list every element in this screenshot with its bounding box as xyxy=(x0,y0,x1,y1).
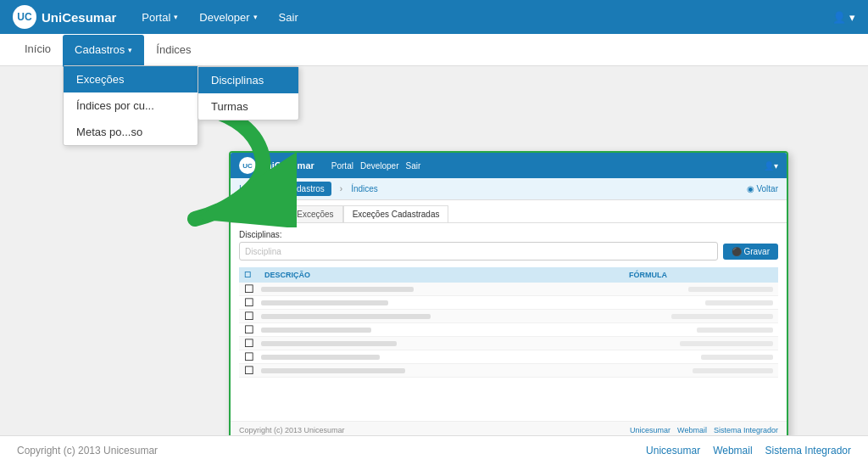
row-bar-formula xyxy=(680,341,773,346)
inner-tab-cadastro: Cadastro de Exceções xyxy=(239,205,343,222)
top-nav-left: UC UniCesumar Portal ▾ Developer ▾ Sair xyxy=(13,5,307,29)
logo-icon: UC xyxy=(13,5,36,29)
developer-caret-icon: ▾ xyxy=(253,13,258,21)
row-bar-formula xyxy=(701,355,773,360)
inner-top-nav: UC UniCesumar Portal Developer Sair 👤▾ xyxy=(231,153,787,178)
portal-nav-link[interactable]: Portal ▾ xyxy=(133,6,186,29)
inner-nav-links: Portal Developer Sair xyxy=(331,161,421,171)
row-bar-desc xyxy=(261,287,414,292)
table-row: ☐ xyxy=(239,296,778,310)
inner-panel-screenshot: UC UniCesumar Portal Developer Sair 👤▾ I… xyxy=(229,151,788,440)
inner-table-header: ☐ DESCRIÇÃO FÓRMULA xyxy=(239,267,778,283)
sair-nav-link[interactable]: Sair xyxy=(270,6,307,29)
inner-logo-icon: UC xyxy=(239,157,256,174)
inner-sair-link: Sair xyxy=(406,161,421,171)
dropdown-indices-curso[interactable]: Índices por cu... xyxy=(64,92,198,119)
subdropdown-turmas[interactable]: Turmas xyxy=(198,93,298,120)
inner-indices: Índices xyxy=(351,184,378,193)
table-row: ☐ xyxy=(239,337,778,350)
inner-header-checkbox: ☐ xyxy=(244,271,256,279)
breadcrumb-sep1: › xyxy=(268,184,270,193)
table-row: ☐ xyxy=(239,323,778,337)
inner-dev-link: Developer xyxy=(360,161,399,171)
inner-formula-col-header: FÓRMULA xyxy=(523,271,773,279)
row-checkbox: ☐ xyxy=(244,337,256,350)
dropdown-metas[interactable]: Metas po...so xyxy=(64,119,198,145)
inner-desc-col-header: DESCRIÇÃO xyxy=(264,271,515,279)
row-bar-desc xyxy=(261,355,380,360)
table-row: ☐ xyxy=(239,364,778,378)
cadastros-caret-icon: ▾ xyxy=(128,46,132,54)
nav-cadastros-container: Cadastros ▾ Exceções Disciplinas Turmas … xyxy=(63,33,144,67)
inner-secondary-nav: Início › Cadastros › Índices Voltar xyxy=(231,178,787,200)
footer-link-unicesumar[interactable]: Unicesumar xyxy=(646,445,700,457)
inner-disciplinas-label: Disciplinas: xyxy=(239,230,778,239)
inner-footer-links: Unicesumar Webmail Sistema Integrador xyxy=(630,426,778,434)
top-nav-links: Portal ▾ Developer ▾ Sair xyxy=(133,6,306,29)
inner-cadastros: Cadastros xyxy=(279,182,331,196)
nav-inicio[interactable]: Início xyxy=(13,34,63,66)
row-bar-desc xyxy=(261,314,431,319)
page-footer: Copyright (c) 2013 Unicesumar Unicesumar… xyxy=(0,435,868,457)
inner-copyright: Copyright (c) 2013 Unicesumar xyxy=(239,426,345,434)
row-checkbox: ☐ xyxy=(244,296,256,309)
footer-link-sistema[interactable]: Sistema Integrador xyxy=(765,445,851,457)
nav-cadastros[interactable]: Cadastros ▾ xyxy=(63,35,144,67)
inner-logo-text: UniCesumar xyxy=(259,160,314,171)
top-nav-bar: UC UniCesumar Portal ▾ Developer ▾ Sair … xyxy=(0,0,868,34)
row-bar-formula xyxy=(688,287,773,292)
user-caret-icon: ▾ xyxy=(849,11,855,24)
inner-link-sistema: Sistema Integrador xyxy=(714,426,778,434)
footer-links: Unicesumar Webmail Sistema Integrador xyxy=(646,445,851,457)
row-bar-formula xyxy=(697,328,773,333)
cadastros-dropdown-menu: Exceções Disciplinas Turmas Índices por … xyxy=(63,65,198,146)
footer-copyright: Copyright (c) 2013 Unicesumar xyxy=(17,445,158,457)
table-row: ☐ xyxy=(239,310,778,323)
inner-inicio: Início xyxy=(239,184,259,193)
logo-area: UC UniCesumar xyxy=(13,5,116,29)
row-checkbox: ☐ xyxy=(244,310,256,322)
inner-disciplina-input: Disciplina xyxy=(239,242,718,261)
breadcrumb-sep2: › xyxy=(340,184,342,193)
user-icon: 👤 xyxy=(832,11,846,24)
row-bar-desc xyxy=(261,300,388,305)
table-row: ☐ xyxy=(239,350,778,364)
row-checkbox: ☐ xyxy=(244,283,256,295)
inner-tabs: Cadastro de Exceções Exceções Cadastrada… xyxy=(231,200,787,223)
row-bar-formula xyxy=(693,368,773,373)
inner-logo: UC UniCesumar xyxy=(239,157,314,174)
portal-caret-icon: ▾ xyxy=(174,13,178,21)
inner-user-icon: 👤▾ xyxy=(764,161,778,171)
row-bar-formula xyxy=(671,314,773,319)
subdropdown-disciplinas[interactable]: Disciplinas xyxy=(198,67,298,93)
nav-indices[interactable]: Índices xyxy=(144,36,203,63)
inner-table-rows: ☐ ☐ ☐ ☐ xyxy=(239,283,778,378)
row-bar-desc xyxy=(261,341,397,346)
user-menu[interactable]: 👤 ▾ xyxy=(832,11,855,24)
row-checkbox: ☐ xyxy=(244,350,256,363)
row-bar-desc xyxy=(261,368,405,373)
inner-gravar-button: ⚫ Gravar xyxy=(723,244,778,260)
row-bar-desc xyxy=(261,328,371,333)
inner-link-webmail: Webmail xyxy=(677,426,707,434)
dropdown-excecoes[interactable]: Exceções Disciplinas Turmas xyxy=(64,66,198,92)
inner-back-link: Voltar xyxy=(747,184,778,193)
table-row: ☐ xyxy=(239,283,778,296)
row-checkbox: ☐ xyxy=(244,323,256,336)
row-bar-formula xyxy=(705,300,773,305)
inner-link-unicesumar: Unicesumar xyxy=(630,426,670,434)
footer-link-webmail[interactable]: Webmail xyxy=(713,445,752,457)
inner-portal-link: Portal xyxy=(331,161,353,171)
inner-form-body: Disciplinas: Disciplina ⚫ Gravar ☐ DESCR… xyxy=(231,223,787,384)
inner-tab-cadastradas: Exceções Cadastradas xyxy=(343,205,449,222)
logo-text: UniCesumar xyxy=(42,10,116,25)
inner-input-row: Disciplina ⚫ Gravar xyxy=(239,242,778,261)
developer-nav-link[interactable]: Developer ▾ xyxy=(191,6,265,29)
secondary-nav-bar: Início Cadastros ▾ Exceções Disciplinas … xyxy=(0,34,868,66)
excecoes-subdropdown: Disciplinas Turmas xyxy=(198,66,299,120)
row-checkbox: ☐ xyxy=(244,364,256,377)
